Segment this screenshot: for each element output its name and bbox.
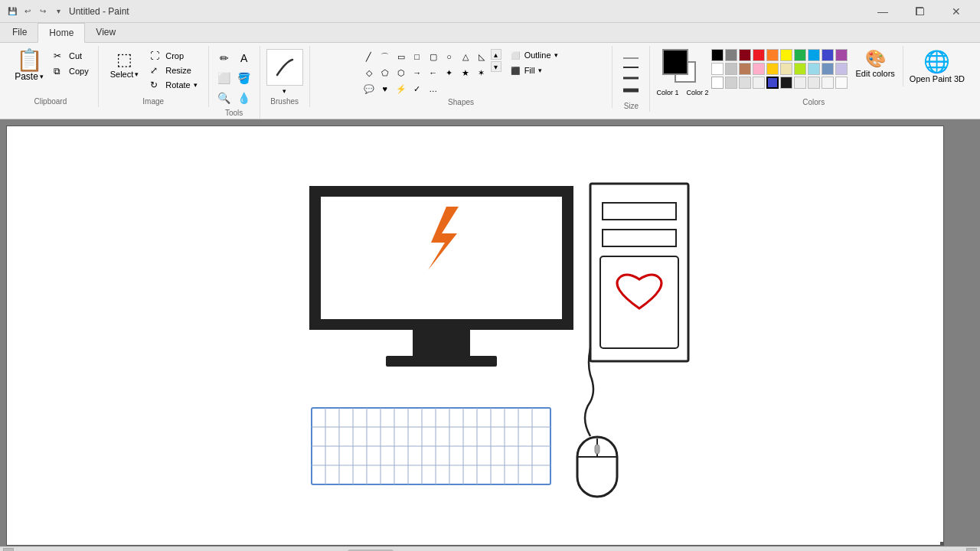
tab-file[interactable]: File — [2, 23, 38, 42]
diamond-shape[interactable]: ◇ — [361, 65, 377, 80]
tab-view[interactable]: View — [85, 23, 126, 42]
hexagon-shape[interactable]: ⬡ — [394, 65, 409, 80]
palette-skyblue[interactable] — [808, 63, 820, 75]
resize-label: Resize — [165, 66, 191, 75]
right-triangle-shape[interactable]: ◺ — [474, 49, 489, 64]
triangle-shape[interactable]: △ — [458, 49, 473, 64]
star6-shape[interactable]: ✶ — [474, 65, 489, 80]
palette-extra3[interactable] — [739, 77, 751, 89]
rotate-dropdown-arrow[interactable]: ▾ — [194, 81, 198, 89]
palette-steelblue[interactable] — [822, 63, 834, 75]
brush-preview[interactable] — [266, 49, 303, 86]
shapes-scroll-up[interactable]: ▴ — [491, 49, 501, 60]
minimize-button[interactable]: — — [865, 0, 900, 23]
palette-lightgray[interactable] — [725, 63, 737, 75]
palette-cyan[interactable] — [808, 49, 820, 61]
palette-e7[interactable] — [794, 77, 806, 89]
palette-e9[interactable] — [822, 77, 834, 89]
palette-dark-selected[interactable] — [780, 77, 792, 89]
palette-pink[interactable] — [753, 63, 765, 75]
palette-red[interactable] — [753, 49, 765, 61]
pencil-tool[interactable]: ✏ — [215, 49, 234, 67]
scroll-right-button[interactable]: ▸ — [966, 548, 977, 552]
copy-button[interactable]: ⧉ Copy — [51, 64, 92, 78]
brush-dropdown[interactable]: ▾ — [283, 87, 286, 95]
palette-lavender[interactable] — [835, 63, 848, 75]
close-button[interactable]: ✕ — [939, 0, 974, 23]
zoom-tool[interactable]: 🔍 — [215, 89, 234, 107]
check-shape[interactable]: ✓ — [410, 81, 425, 96]
fill-button[interactable]: ⬛ Fill ▾ — [508, 64, 561, 77]
outline-dropdown[interactable]: ▾ — [554, 51, 558, 59]
eyedropper-tool[interactable]: 💧 — [235, 89, 253, 107]
palette-blue[interactable] — [822, 49, 834, 61]
maximize-button[interactable]: ⧠ — [902, 0, 937, 23]
palette-orange[interactable] — [766, 49, 779, 61]
edit-colors-button[interactable]: 🎨 Edit colors — [851, 46, 899, 81]
fill-dropdown[interactable]: ▾ — [538, 67, 542, 74]
palette-extra4[interactable] — [753, 77, 765, 89]
arrow-right-shape[interactable]: → — [410, 65, 425, 80]
palette-gold[interactable] — [766, 63, 779, 75]
line-shape[interactable]: ╱ — [361, 49, 377, 64]
customize-icon[interactable]: ▾ — [52, 5, 64, 18]
open-paint3d-button[interactable]: 🌐 Open Paint 3D — [903, 46, 971, 86]
more-shape[interactable]: … — [426, 81, 441, 96]
eraser-tool[interactable]: ⬜ — [215, 69, 234, 87]
star5-shape[interactable]: ★ — [458, 65, 473, 80]
select-button[interactable]: ⬚ Select ▾ — [105, 46, 145, 83]
scroll-left-button[interactable]: ◂ — [3, 548, 14, 552]
palette-lime[interactable] — [794, 63, 806, 75]
fill-tool[interactable]: 🪣 — [235, 69, 253, 87]
text-tool[interactable]: A — [235, 49, 253, 67]
canvas-wrapper[interactable] — [6, 126, 944, 546]
outline-button[interactable]: ⬜ Outline ▾ — [508, 49, 561, 61]
curve-shape[interactable]: ⌒ — [377, 49, 393, 64]
cut-button[interactable]: ✂ Cut — [51, 49, 92, 63]
arrow-left-shape[interactable]: ← — [426, 65, 441, 80]
pentagon-shape[interactable]: ⬠ — [377, 65, 393, 80]
tab-home[interactable]: Home — [38, 23, 85, 43]
color1-box[interactable] — [662, 49, 688, 75]
resize-button[interactable]: ⤢ Resize — [145, 64, 201, 77]
palette-purple[interactable] — [835, 49, 848, 61]
round-rect-shape[interactable]: ▢ — [426, 49, 441, 64]
lightning-shape[interactable]: ⚡ — [394, 81, 409, 96]
palette-e8[interactable] — [808, 77, 820, 89]
callout-shape[interactable]: 💬 — [361, 81, 377, 96]
crop-button[interactable]: ⛶ Crop — [145, 49, 201, 63]
canvas-area[interactable] — [0, 119, 980, 546]
palette-black[interactable] — [711, 49, 724, 61]
undo-icon[interactable]: ↩ — [21, 5, 34, 18]
shapes-scroll-down[interactable]: ▾ — [491, 61, 501, 72]
palette-green[interactable] — [794, 49, 806, 61]
save-icon[interactable]: 💾 — [6, 5, 18, 18]
palette-white[interactable] — [711, 63, 724, 75]
palette-cream[interactable] — [780, 63, 792, 75]
size-label: Size — [624, 100, 639, 110]
palette-darkred[interactable] — [739, 49, 751, 61]
palette-gray1[interactable] — [725, 49, 737, 61]
rotate-button[interactable]: ↻ Rotate ▾ — [145, 78, 201, 92]
redo-icon[interactable]: ↪ — [37, 5, 49, 18]
paint3d-icon: 🌐 — [923, 49, 950, 74]
palette-selected-blue[interactable] — [766, 77, 779, 89]
paste-dropdown-arrow[interactable]: ▾ — [40, 73, 44, 80]
palette-extra2[interactable] — [725, 77, 737, 89]
ellipse-shape[interactable]: ○ — [442, 49, 457, 64]
scrollbar-horizontal[interactable]: ◂ ▸ — [0, 546, 980, 551]
rect-shape[interactable]: ▭ — [394, 49, 409, 64]
heart-shape[interactable]: ♥ — [377, 81, 393, 96]
size-selector[interactable] — [619, 49, 643, 100]
select-dropdown-arrow[interactable]: ▾ — [135, 70, 139, 78]
palette-brown[interactable] — [739, 63, 751, 75]
paste-button[interactable]: 📋 Paste ▾ — [9, 46, 49, 86]
canvas-resize-handle[interactable] — [940, 542, 944, 546]
rect-outline-shape[interactable]: □ — [410, 49, 425, 64]
fill-label: Fill — [524, 66, 535, 75]
palette-yellow[interactable] — [780, 49, 792, 61]
star4-shape[interactable]: ✦ — [442, 65, 457, 80]
palette-e10[interactable] — [835, 77, 848, 89]
open-paint3d-label: Open Paint 3D — [910, 74, 965, 83]
palette-extra1[interactable] — [711, 77, 724, 89]
